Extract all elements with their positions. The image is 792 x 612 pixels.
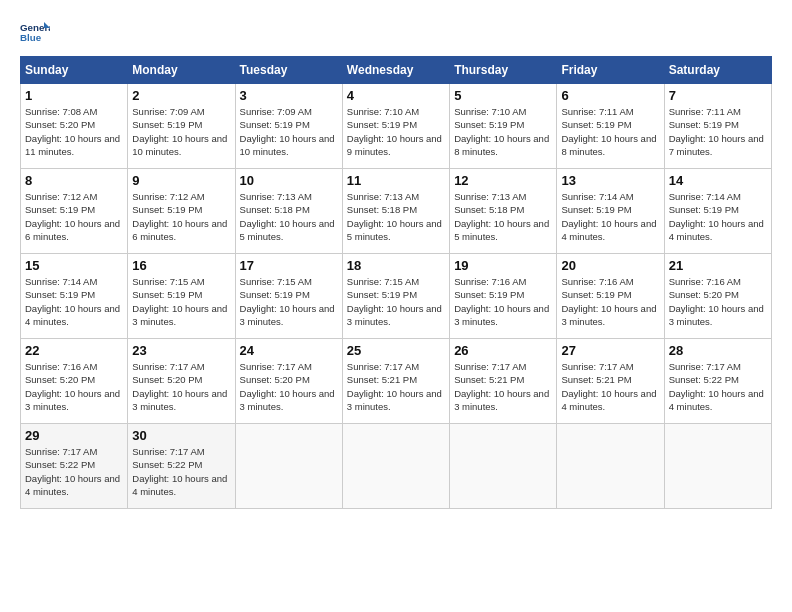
calendar-cell: 9Sunrise: 7:12 AMSunset: 5:19 PMDaylight…	[128, 169, 235, 254]
day-number: 7	[669, 88, 767, 103]
svg-text:Blue: Blue	[20, 32, 42, 43]
calendar-header-sunday: Sunday	[21, 57, 128, 84]
calendar-cell: 4Sunrise: 7:10 AMSunset: 5:19 PMDaylight…	[342, 84, 449, 169]
day-info: Sunrise: 7:17 AMSunset: 5:20 PMDaylight:…	[132, 360, 230, 413]
day-number: 9	[132, 173, 230, 188]
day-number: 3	[240, 88, 338, 103]
day-number: 26	[454, 343, 552, 358]
calendar-cell: 5Sunrise: 7:10 AMSunset: 5:19 PMDaylight…	[450, 84, 557, 169]
day-info: Sunrise: 7:08 AMSunset: 5:20 PMDaylight:…	[25, 105, 123, 158]
day-info: Sunrise: 7:14 AMSunset: 5:19 PMDaylight:…	[561, 190, 659, 243]
day-number: 18	[347, 258, 445, 273]
day-info: Sunrise: 7:11 AMSunset: 5:19 PMDaylight:…	[669, 105, 767, 158]
day-number: 16	[132, 258, 230, 273]
day-info: Sunrise: 7:11 AMSunset: 5:19 PMDaylight:…	[561, 105, 659, 158]
page-header: General Blue	[20, 20, 772, 48]
day-info: Sunrise: 7:17 AMSunset: 5:21 PMDaylight:…	[347, 360, 445, 413]
calendar-cell: 2Sunrise: 7:09 AMSunset: 5:19 PMDaylight…	[128, 84, 235, 169]
calendar-cell: 22Sunrise: 7:16 AMSunset: 5:20 PMDayligh…	[21, 339, 128, 424]
day-number: 13	[561, 173, 659, 188]
calendar-cell: 10Sunrise: 7:13 AMSunset: 5:18 PMDayligh…	[235, 169, 342, 254]
calendar-cell	[664, 424, 771, 509]
calendar-cell: 3Sunrise: 7:09 AMSunset: 5:19 PMDaylight…	[235, 84, 342, 169]
day-number: 20	[561, 258, 659, 273]
day-info: Sunrise: 7:15 AMSunset: 5:19 PMDaylight:…	[240, 275, 338, 328]
calendar-week-3: 15Sunrise: 7:14 AMSunset: 5:19 PMDayligh…	[21, 254, 772, 339]
day-info: Sunrise: 7:17 AMSunset: 5:22 PMDaylight:…	[669, 360, 767, 413]
day-number: 1	[25, 88, 123, 103]
calendar-table: SundayMondayTuesdayWednesdayThursdayFrid…	[20, 56, 772, 509]
calendar-week-2: 8Sunrise: 7:12 AMSunset: 5:19 PMDaylight…	[21, 169, 772, 254]
logo: General Blue	[20, 20, 54, 48]
day-info: Sunrise: 7:16 AMSunset: 5:20 PMDaylight:…	[25, 360, 123, 413]
calendar-cell: 16Sunrise: 7:15 AMSunset: 5:19 PMDayligh…	[128, 254, 235, 339]
day-info: Sunrise: 7:12 AMSunset: 5:19 PMDaylight:…	[25, 190, 123, 243]
day-number: 11	[347, 173, 445, 188]
day-number: 23	[132, 343, 230, 358]
day-number: 29	[25, 428, 123, 443]
calendar-cell: 25Sunrise: 7:17 AMSunset: 5:21 PMDayligh…	[342, 339, 449, 424]
day-info: Sunrise: 7:17 AMSunset: 5:22 PMDaylight:…	[132, 445, 230, 498]
calendar-cell: 28Sunrise: 7:17 AMSunset: 5:22 PMDayligh…	[664, 339, 771, 424]
day-number: 21	[669, 258, 767, 273]
calendar-cell: 18Sunrise: 7:15 AMSunset: 5:19 PMDayligh…	[342, 254, 449, 339]
day-info: Sunrise: 7:14 AMSunset: 5:19 PMDaylight:…	[669, 190, 767, 243]
calendar-cell: 14Sunrise: 7:14 AMSunset: 5:19 PMDayligh…	[664, 169, 771, 254]
calendar-cell: 12Sunrise: 7:13 AMSunset: 5:18 PMDayligh…	[450, 169, 557, 254]
calendar-header-tuesday: Tuesday	[235, 57, 342, 84]
day-number: 25	[347, 343, 445, 358]
calendar-cell: 23Sunrise: 7:17 AMSunset: 5:20 PMDayligh…	[128, 339, 235, 424]
day-number: 4	[347, 88, 445, 103]
day-number: 15	[25, 258, 123, 273]
calendar-cell	[342, 424, 449, 509]
day-number: 5	[454, 88, 552, 103]
calendar-cell	[450, 424, 557, 509]
calendar-header-monday: Monday	[128, 57, 235, 84]
calendar-cell: 29Sunrise: 7:17 AMSunset: 5:22 PMDayligh…	[21, 424, 128, 509]
calendar-cell: 13Sunrise: 7:14 AMSunset: 5:19 PMDayligh…	[557, 169, 664, 254]
calendar-cell: 21Sunrise: 7:16 AMSunset: 5:20 PMDayligh…	[664, 254, 771, 339]
day-number: 22	[25, 343, 123, 358]
calendar-week-1: 1Sunrise: 7:08 AMSunset: 5:20 PMDaylight…	[21, 84, 772, 169]
day-number: 10	[240, 173, 338, 188]
day-number: 14	[669, 173, 767, 188]
calendar-cell: 6Sunrise: 7:11 AMSunset: 5:19 PMDaylight…	[557, 84, 664, 169]
day-number: 2	[132, 88, 230, 103]
calendar-cell: 26Sunrise: 7:17 AMSunset: 5:21 PMDayligh…	[450, 339, 557, 424]
day-number: 24	[240, 343, 338, 358]
calendar-cell: 19Sunrise: 7:16 AMSunset: 5:19 PMDayligh…	[450, 254, 557, 339]
calendar-cell: 27Sunrise: 7:17 AMSunset: 5:21 PMDayligh…	[557, 339, 664, 424]
calendar-header-saturday: Saturday	[664, 57, 771, 84]
day-info: Sunrise: 7:15 AMSunset: 5:19 PMDaylight:…	[347, 275, 445, 328]
day-info: Sunrise: 7:14 AMSunset: 5:19 PMDaylight:…	[25, 275, 123, 328]
day-number: 8	[25, 173, 123, 188]
day-number: 19	[454, 258, 552, 273]
calendar-cell: 30Sunrise: 7:17 AMSunset: 5:22 PMDayligh…	[128, 424, 235, 509]
calendar-cell: 24Sunrise: 7:17 AMSunset: 5:20 PMDayligh…	[235, 339, 342, 424]
day-info: Sunrise: 7:09 AMSunset: 5:19 PMDaylight:…	[240, 105, 338, 158]
day-info: Sunrise: 7:15 AMSunset: 5:19 PMDaylight:…	[132, 275, 230, 328]
calendar-cell: 8Sunrise: 7:12 AMSunset: 5:19 PMDaylight…	[21, 169, 128, 254]
calendar-header-friday: Friday	[557, 57, 664, 84]
day-info: Sunrise: 7:12 AMSunset: 5:19 PMDaylight:…	[132, 190, 230, 243]
calendar-week-5: 29Sunrise: 7:17 AMSunset: 5:22 PMDayligh…	[21, 424, 772, 509]
day-info: Sunrise: 7:17 AMSunset: 5:21 PMDaylight:…	[454, 360, 552, 413]
calendar-cell: 11Sunrise: 7:13 AMSunset: 5:18 PMDayligh…	[342, 169, 449, 254]
day-info: Sunrise: 7:13 AMSunset: 5:18 PMDaylight:…	[454, 190, 552, 243]
calendar-header-thursday: Thursday	[450, 57, 557, 84]
day-info: Sunrise: 7:16 AMSunset: 5:19 PMDaylight:…	[454, 275, 552, 328]
day-info: Sunrise: 7:09 AMSunset: 5:19 PMDaylight:…	[132, 105, 230, 158]
day-info: Sunrise: 7:16 AMSunset: 5:20 PMDaylight:…	[669, 275, 767, 328]
day-number: 27	[561, 343, 659, 358]
day-number: 12	[454, 173, 552, 188]
calendar-cell: 17Sunrise: 7:15 AMSunset: 5:19 PMDayligh…	[235, 254, 342, 339]
day-info: Sunrise: 7:17 AMSunset: 5:20 PMDaylight:…	[240, 360, 338, 413]
calendar-cell: 15Sunrise: 7:14 AMSunset: 5:19 PMDayligh…	[21, 254, 128, 339]
day-info: Sunrise: 7:17 AMSunset: 5:21 PMDaylight:…	[561, 360, 659, 413]
calendar-week-4: 22Sunrise: 7:16 AMSunset: 5:20 PMDayligh…	[21, 339, 772, 424]
day-info: Sunrise: 7:16 AMSunset: 5:19 PMDaylight:…	[561, 275, 659, 328]
day-info: Sunrise: 7:17 AMSunset: 5:22 PMDaylight:…	[25, 445, 123, 498]
day-info: Sunrise: 7:13 AMSunset: 5:18 PMDaylight:…	[240, 190, 338, 243]
calendar-cell: 20Sunrise: 7:16 AMSunset: 5:19 PMDayligh…	[557, 254, 664, 339]
day-number: 17	[240, 258, 338, 273]
